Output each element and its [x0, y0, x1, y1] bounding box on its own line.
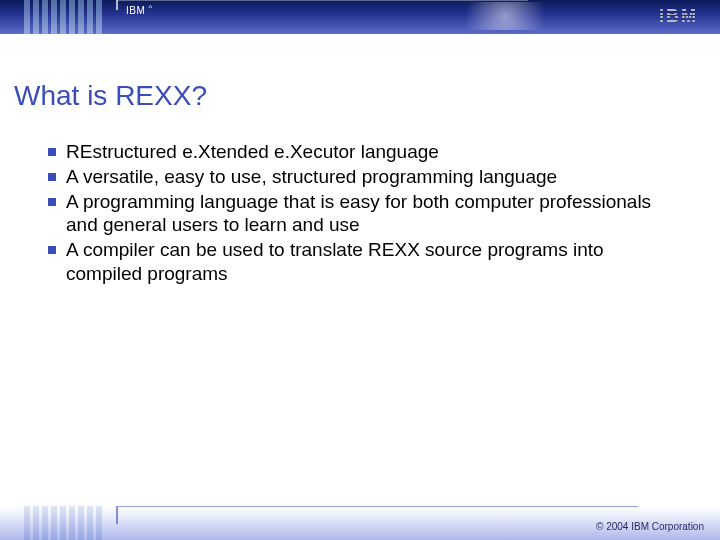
bullet-list: REstructured e.Xtended e.Xecutor languag… — [48, 140, 680, 287]
header-brand-label: IBM ^ — [126, 3, 153, 16]
header-decor-bars — [24, 0, 102, 34]
header-tick — [116, 0, 118, 10]
list-item: A compiler can be used to translate REXX… — [48, 238, 680, 286]
ibm-logo: IBM — [659, 6, 698, 27]
slide-title: What is REXX? — [14, 80, 207, 112]
header-caret: ^ — [149, 3, 153, 12]
copyright-text: © 2004 IBM Corporation — [596, 521, 704, 532]
bullet-text: A versatile, easy to use, structured pro… — [66, 166, 557, 187]
bullet-text: A compiler can be used to translate REXX… — [66, 239, 604, 284]
list-item: A versatile, easy to use, structured pro… — [48, 165, 680, 189]
list-item: REstructured e.Xtended e.Xecutor languag… — [48, 140, 680, 164]
bullet-text: A programming language that is easy for … — [66, 191, 651, 236]
header-rule — [118, 0, 528, 1]
header-brand-text: IBM — [126, 5, 145, 16]
header-bar: IBM ^ IBM — [0, 0, 720, 34]
bullet-text: REstructured e.Xtended e.Xecutor languag… — [66, 141, 439, 162]
header-glow — [450, 2, 560, 30]
slide: IBM ^ IBM What is REXX? REstructured e.X… — [0, 0, 720, 540]
footer-rule — [118, 506, 638, 507]
list-item: A programming language that is easy for … — [48, 190, 680, 238]
footer-tick — [116, 506, 118, 524]
footer-bar: © 2004 IBM Corporation — [0, 506, 720, 540]
footer-decor-bars — [24, 506, 102, 540]
